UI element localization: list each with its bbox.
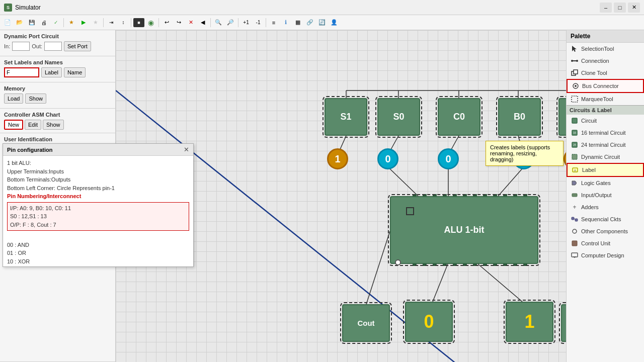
sep4 xyxy=(158,18,159,27)
tb-dark[interactable]: ■ xyxy=(133,18,144,27)
ic-f[interactable]: F xyxy=(561,304,566,342)
pin-config-header[interactable]: Pin configuration ✕ xyxy=(3,144,193,156)
tb-new[interactable]: 📄 xyxy=(2,17,13,28)
name-button[interactable]: Name xyxy=(64,67,86,77)
palette-16term-label: 16 terminal Circuit xyxy=(581,130,626,136)
16term-icon: 16 xyxy=(571,129,579,137)
name-input[interactable] xyxy=(4,67,39,77)
tb-redo[interactable]: ↪ xyxy=(173,17,184,28)
tb-export[interactable]: 💾 xyxy=(26,17,37,28)
palette-clone[interactable]: Clone Tool xyxy=(567,67,644,79)
palette-other[interactable]: ... Other Components xyxy=(567,225,644,237)
alu-block[interactable]: ALU 1-bit xyxy=(390,196,538,264)
ic-s1[interactable]: S1 xyxy=(325,98,367,136)
palette-controlunit-label: Control Unit xyxy=(581,240,610,246)
tb-open[interactable]: 📂 xyxy=(14,17,25,28)
palette-selection[interactable]: SelectionTool xyxy=(567,43,644,55)
tb-star2[interactable]: ★ xyxy=(90,17,101,28)
dynamic-port-title: Dynamic Port Circuit xyxy=(4,33,111,39)
palette-scroll[interactable]: SelectionTool Connection Clone Tool xyxy=(567,43,644,362)
adders-icon: + xyxy=(571,203,579,211)
tb-refresh[interactable]: 🔄 xyxy=(316,17,328,28)
display-1-val: 1 xyxy=(524,311,534,332)
tb-zoomin[interactable]: 🔍 xyxy=(213,17,224,28)
show-memory-button[interactable]: Show xyxy=(25,94,46,104)
pin-config-close-button[interactable]: ✕ xyxy=(184,146,189,153)
palette-marquee[interactable]: MarqueeTool xyxy=(567,93,644,105)
palette-24term-label: 24 terminal Circuit xyxy=(581,142,626,148)
svg-text:16: 16 xyxy=(573,131,576,134)
pin-line-12: 11 : ADD xyxy=(7,265,189,266)
other-icon: ... xyxy=(571,227,579,235)
tb-circle[interactable]: ◉ xyxy=(145,17,156,28)
circle-s1[interactable]: 1 xyxy=(327,148,348,169)
tb-grid[interactable]: ▦ xyxy=(292,17,303,28)
new-button[interactable]: New xyxy=(4,120,23,130)
pin-config-title: Pin configuration xyxy=(7,147,52,153)
palette-compdesign[interactable]: Computer Design xyxy=(567,249,644,261)
palette-connection[interactable]: Connection xyxy=(567,55,644,67)
palette-16term[interactable]: 16 16 terminal Circuit xyxy=(567,127,644,139)
tb-undo[interactable]: ↩ xyxy=(161,17,172,28)
asm-title: Controller ASM Chart xyxy=(4,112,111,118)
tb-plus1[interactable]: +1 xyxy=(240,17,252,28)
tb-align[interactable]: ≡ xyxy=(268,17,279,28)
palette-circuit[interactable]: Circuit xyxy=(567,115,644,127)
load-button[interactable]: Load xyxy=(4,94,23,104)
tooltip-text: Creates labels (supports renaming, resiz… xyxy=(490,144,550,162)
palette-label-text: Label xyxy=(582,167,596,173)
circle-s0[interactable]: 0 xyxy=(377,148,398,169)
ic-b0[interactable]: B0 xyxy=(498,98,541,136)
palette-dynamic[interactable]: Dynamic Circuit xyxy=(567,151,644,163)
edit-button[interactable]: Edit xyxy=(25,120,41,130)
display-1[interactable]: 1 xyxy=(506,302,553,342)
show-asm-button[interactable]: Show xyxy=(43,120,64,130)
circle-c0[interactable]: 0 xyxy=(438,148,459,169)
pin-line-10: 01 : OR xyxy=(7,249,189,257)
tb-zoomout[interactable]: 🔎 xyxy=(225,17,236,28)
palette-sequential-label: Sequencial Ckts xyxy=(581,216,621,222)
pin-config-text: 1 bit ALU: Upper Terminals:Inputs Bottom… xyxy=(3,156,193,266)
palette-adders[interactable]: + Adders xyxy=(567,201,644,213)
tb-link[interactable]: 🔗 xyxy=(304,17,315,28)
palette-controlunit[interactable]: Control Unit xyxy=(567,237,644,249)
palette-sequential[interactable]: Sequencial Ckts xyxy=(567,213,644,225)
tb-minus1[interactable]: -1 xyxy=(253,17,264,28)
display-0[interactable]: 0 xyxy=(405,302,453,342)
palette-bus-connector[interactable]: Bus Connector xyxy=(567,79,644,93)
palette-io[interactable]: Input/Output xyxy=(567,189,644,201)
tb-delete[interactable]: ✕ xyxy=(185,17,196,28)
ic-cout[interactable]: Cout xyxy=(342,304,390,342)
tb-user[interactable]: 👤 xyxy=(329,17,340,28)
tb-play[interactable]: ▶ xyxy=(78,17,89,28)
maximize-button[interactable]: □ xyxy=(614,3,626,13)
tb-back[interactable]: ◀ xyxy=(197,17,208,28)
tb-step[interactable]: ⇥ xyxy=(106,17,117,28)
minimize-button[interactable]: – xyxy=(600,3,612,13)
tb-star[interactable]: ★ xyxy=(66,17,77,28)
tb-print[interactable]: 🖨 xyxy=(38,17,49,28)
palette-adders-label: Adders xyxy=(581,204,599,210)
palette-selection-label: SelectionTool xyxy=(581,46,614,52)
pin-line-8: O/P: F : 8, Cout : 7 xyxy=(10,221,186,229)
controlunit-icon xyxy=(571,239,579,247)
palette-logicgates[interactable]: Logic Gates xyxy=(567,177,644,189)
palette-24term[interactable]: 24 24 terminal Circuit xyxy=(567,139,644,151)
set-port-button[interactable]: Set Port xyxy=(64,41,91,51)
palette-connection-label: Connection xyxy=(581,58,609,64)
close-button[interactable]: ✕ xyxy=(628,3,640,13)
sep1 xyxy=(63,18,64,27)
label-button[interactable]: Label xyxy=(41,67,62,77)
toolbar: 📄 📂 💾 🖨 ✓ ★ ▶ ★ ⇥ ↕ ■ ◉ ↩ ↪ ✕ ◀ 🔍 🔎 +1 -… xyxy=(0,15,644,30)
palette-label[interactable]: A Label xyxy=(567,163,644,177)
ic-c0[interactable]: C0 xyxy=(438,98,480,136)
ic-s0[interactable]: S0 xyxy=(377,98,420,136)
tb-info[interactable]: ℹ xyxy=(280,17,291,28)
out-input[interactable] xyxy=(44,42,62,51)
tb-verify[interactable]: ✓ xyxy=(50,17,61,28)
ic-a0[interactable]: A0 xyxy=(558,98,566,136)
tb-step2[interactable]: ↕ xyxy=(118,17,129,28)
svg-text:...: ... xyxy=(573,230,577,234)
alu-label-handle[interactable] xyxy=(406,207,414,215)
in-input[interactable] xyxy=(12,42,30,51)
